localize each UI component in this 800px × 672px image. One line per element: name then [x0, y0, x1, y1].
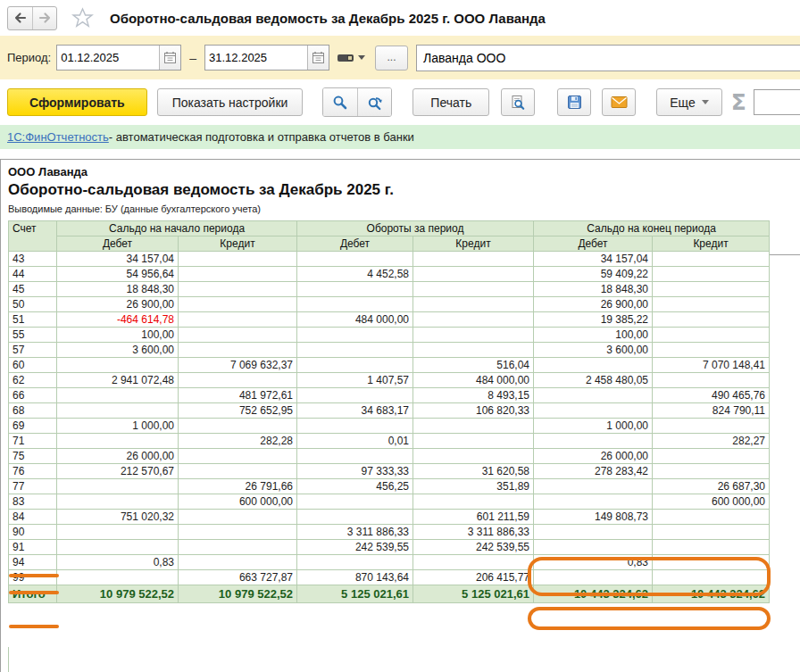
amount-cell[interactable]: 0,83: [57, 555, 179, 570]
amount-cell[interactable]: 7 070 148,41: [653, 358, 770, 373]
amount-cell[interactable]: 3 600,00: [534, 343, 653, 358]
amount-cell[interactable]: [534, 403, 653, 419]
amount-cell[interactable]: [653, 419, 770, 434]
amount-cell[interactable]: [179, 540, 297, 555]
amount-cell[interactable]: 10 979 522,52: [57, 585, 179, 603]
amount-cell[interactable]: 752 652,95: [179, 403, 297, 419]
account-cell[interactable]: 69: [9, 419, 57, 434]
col-header-debit[interactable]: Дебет: [57, 236, 179, 252]
account-cell[interactable]: 57: [9, 343, 57, 358]
amount-cell[interactable]: [179, 282, 297, 297]
search-button[interactable]: [323, 88, 357, 116]
col-header-credit[interactable]: Кредит: [179, 236, 297, 252]
finreport-link[interactable]: 1С:ФинОтчетность: [7, 130, 109, 144]
amount-cell[interactable]: [413, 555, 534, 570]
amount-cell[interactable]: [413, 282, 534, 297]
amount-cell[interactable]: 1 000,00: [534, 419, 653, 434]
account-cell[interactable]: 51: [9, 312, 57, 328]
amount-cell[interactable]: [653, 282, 770, 297]
account-cell[interactable]: 45: [9, 282, 57, 297]
amount-cell[interactable]: [413, 252, 534, 267]
amount-cell[interactable]: [179, 312, 297, 328]
amount-cell[interactable]: 34 683,17: [297, 403, 413, 419]
amount-cell[interactable]: 481 972,61: [179, 388, 297, 403]
organization-input[interactable]: [417, 46, 800, 71]
amount-cell[interactable]: [297, 282, 413, 297]
more-button[interactable]: Еще: [656, 88, 722, 116]
amount-cell[interactable]: [297, 494, 413, 510]
amount-cell[interactable]: 26 791,66: [179, 479, 297, 494]
amount-cell[interactable]: 601 211,59: [413, 510, 534, 525]
favorite-star-icon[interactable]: [71, 7, 94, 29]
amount-cell[interactable]: [413, 343, 534, 358]
amount-cell[interactable]: 2 458 480,05: [534, 373, 653, 388]
amount-cell[interactable]: [413, 328, 534, 343]
amount-cell[interactable]: [179, 328, 297, 343]
amount-cell[interactable]: 242 539,55: [413, 540, 534, 555]
col-group-opening-balance[interactable]: Сальдо на начало периода: [57, 221, 297, 236]
date-to-input[interactable]: [205, 46, 307, 70]
account-cell[interactable]: 75: [9, 449, 57, 464]
amount-cell[interactable]: 34 157,04: [534, 252, 653, 267]
amount-cell[interactable]: 10 443 324,62: [534, 585, 653, 603]
amount-cell[interactable]: [653, 555, 770, 570]
amount-cell[interactable]: 3 600,00: [57, 343, 179, 358]
amount-cell[interactable]: 870 143,64: [297, 570, 413, 585]
amount-cell[interactable]: [413, 312, 534, 328]
print-button[interactable]: Печать: [412, 88, 489, 116]
amount-cell[interactable]: [653, 312, 770, 328]
account-cell[interactable]: 50: [9, 297, 57, 312]
show-settings-button[interactable]: Показать настройки: [157, 88, 304, 116]
amount-cell[interactable]: 282,28: [179, 434, 297, 449]
amount-cell[interactable]: [297, 358, 413, 373]
amount-cell[interactable]: 484 000,00: [413, 373, 534, 388]
amount-cell[interactable]: [179, 373, 297, 388]
amount-cell[interactable]: [653, 252, 770, 267]
amount-cell[interactable]: [297, 555, 413, 570]
amount-cell[interactable]: 149 808,73: [534, 510, 653, 525]
amount-cell[interactable]: 3 311 886,33: [413, 525, 534, 540]
col-header-credit[interactable]: Кредит: [413, 236, 534, 252]
amount-cell[interactable]: [57, 540, 179, 555]
amount-cell[interactable]: 351,89: [413, 479, 534, 494]
amount-cell[interactable]: [179, 449, 297, 464]
amount-cell[interactable]: [179, 252, 297, 267]
amount-cell[interactable]: [653, 570, 770, 585]
account-cell[interactable]: 84: [9, 510, 57, 525]
generate-button[interactable]: Сформировать: [7, 88, 147, 116]
amount-cell[interactable]: 282,27: [653, 434, 770, 449]
amount-cell[interactable]: [534, 388, 653, 403]
amount-cell[interactable]: [534, 434, 653, 449]
account-cell[interactable]: 60: [9, 358, 57, 373]
amount-cell[interactable]: [534, 525, 653, 540]
amount-cell[interactable]: 516,04: [413, 358, 534, 373]
account-cell[interactable]: 90: [9, 525, 57, 540]
amount-cell[interactable]: [534, 479, 653, 494]
amount-cell[interactable]: 26 000,00: [57, 449, 179, 464]
amount-cell[interactable]: [297, 388, 413, 403]
date-from-input[interactable]: [57, 46, 159, 70]
amount-cell[interactable]: 106 820,33: [413, 403, 534, 419]
forward-button[interactable]: [32, 7, 56, 29]
amount-cell[interactable]: 100,00: [534, 328, 653, 343]
amount-cell[interactable]: 0,01: [297, 434, 413, 449]
amount-cell[interactable]: 8 493,15: [413, 388, 534, 403]
col-group-closing-balance[interactable]: Сальдо на конец периода: [534, 221, 770, 236]
amount-cell[interactable]: 484 000,00: [297, 312, 413, 328]
account-cell[interactable]: 99: [9, 570, 57, 585]
amount-cell[interactable]: 206 415,77: [413, 570, 534, 585]
amount-cell[interactable]: 19 385,22: [534, 312, 653, 328]
account-cell[interactable]: 43: [9, 252, 57, 267]
save-button[interactable]: [557, 88, 591, 116]
amount-cell[interactable]: [534, 358, 653, 373]
amount-cell[interactable]: [297, 343, 413, 358]
account-cell[interactable]: 94: [9, 555, 57, 570]
amount-cell[interactable]: 34 157,04: [57, 252, 179, 267]
account-cell[interactable]: 68: [9, 403, 57, 419]
amount-cell[interactable]: [179, 419, 297, 434]
period-variant-button[interactable]: [337, 51, 365, 65]
back-button[interactable]: [8, 7, 32, 29]
amount-cell[interactable]: 7 069 632,37: [179, 358, 297, 373]
amount-cell[interactable]: [653, 464, 770, 479]
amount-cell[interactable]: [297, 419, 413, 434]
